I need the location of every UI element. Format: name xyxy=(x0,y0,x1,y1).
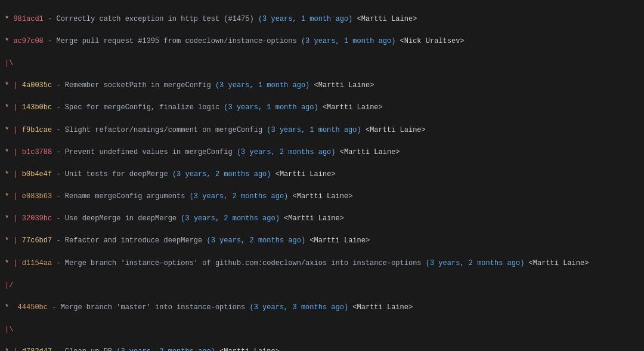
text-5: - Spec for mergeConfig, finalize logic xyxy=(52,102,224,113)
text-2: - Merge pull request #1395 from codeclow… xyxy=(44,36,301,47)
text-14: - Merge branch 'master' into instance-op… xyxy=(48,302,249,313)
graph-7a: * xyxy=(5,147,13,158)
graph-12b: | xyxy=(13,258,21,269)
author-14: <Martti Laine> xyxy=(348,302,413,313)
line-5: * | 143b0bc - Spec for mergeConfig, fina… xyxy=(5,102,639,113)
line-1: * 981acd1 - Correctly catch exception in… xyxy=(5,14,639,25)
text-7: - Prevent undefined values in mergeConfi… xyxy=(52,147,237,158)
author-4: <Martti Laine> xyxy=(309,80,374,91)
hash-16: d782d47 xyxy=(22,346,52,351)
graph-10b: | xyxy=(13,213,21,224)
line-6: * | f9b1cae - Slight refactor/namings/co… xyxy=(5,125,639,136)
hash-7: b1c3788 xyxy=(22,147,52,158)
graph-3a: | xyxy=(5,58,9,69)
graph-4b: | xyxy=(13,80,21,91)
graph-1: * xyxy=(5,14,13,25)
time-10: (3 years, 2 months ago) xyxy=(181,213,280,224)
hash-8: b0b4e4f xyxy=(22,169,52,180)
graph-2: * xyxy=(5,36,13,47)
time-5: (3 years, 1 month ago) xyxy=(224,102,318,113)
graph-11a: * xyxy=(5,235,13,247)
time-14: (3 years, 3 months ago) xyxy=(250,302,349,313)
text-8: - Unit tests for deepMerge xyxy=(52,169,172,180)
time-1: (3 years, 1 month ago) xyxy=(258,14,352,25)
line-3: |\ xyxy=(5,58,639,69)
hash-6: f9b1cae xyxy=(22,125,52,136)
graph-16b: | xyxy=(13,346,21,351)
time-12: (3 years, 2 months ago) xyxy=(426,258,525,269)
hash-10: 32039bc xyxy=(22,213,52,224)
graph-6a: * xyxy=(5,125,13,136)
text-6: - Slight refactor/namings/comment on mer… xyxy=(52,125,267,136)
graph-7b: | xyxy=(13,147,21,158)
text-10: - Use deepMerge in deepMerge xyxy=(52,213,181,224)
line-7: * | b1c3788 - Prevent undefined values i… xyxy=(5,147,639,158)
graph-5b: | xyxy=(13,102,21,113)
graph-13: |/ xyxy=(5,280,13,291)
graph-8b: | xyxy=(13,169,21,180)
hash-5: 143b0bc xyxy=(22,102,52,113)
line-8: * | b0b4e4f - Unit tests for deepMerge (… xyxy=(5,169,639,180)
graph-16a: * xyxy=(5,346,13,351)
author-7: <Martti Laine> xyxy=(336,147,400,158)
hash-12: d1154aa xyxy=(22,258,52,269)
line-12: * | d1154aa - Merge branch 'instance-opt… xyxy=(5,258,639,269)
line-15: |\ xyxy=(5,324,639,335)
text-12: - Merge branch 'instance-options' of git… xyxy=(52,258,426,269)
author-8: <Martti Laine> xyxy=(271,169,336,180)
hash-9: e083b63 xyxy=(22,191,52,202)
text-9: - Rename mergeConfig arguments xyxy=(52,191,189,202)
graph-11b: | xyxy=(13,235,21,247)
graph-6b: | xyxy=(13,125,21,136)
author-6: <Martti Laine> xyxy=(361,125,426,136)
graph-14: * xyxy=(5,302,18,313)
text-16: - Clean up PR xyxy=(52,346,116,351)
graph-15b: \ xyxy=(9,324,13,335)
time-16: (3 years, 2 months ago) xyxy=(116,346,215,351)
hash-1: 981acd1 xyxy=(13,14,43,25)
line-13: |/ xyxy=(5,280,639,291)
time-6: (3 years, 1 month ago) xyxy=(267,125,361,136)
time-4: (3 years, 1 month ago) xyxy=(215,80,309,91)
graph-12a: * xyxy=(5,258,13,269)
time-2: (3 years, 1 month ago) xyxy=(301,36,395,47)
hash-4: 4a0035c xyxy=(22,80,52,91)
text-11: - Refactor and introduce deepMerge xyxy=(52,235,206,247)
hash-11: 77c6bd7 xyxy=(22,235,52,247)
line-4: * | 4a0035c - Remember socketPath in mer… xyxy=(5,80,639,91)
terminal: * 981acd1 - Correctly catch exception in… xyxy=(0,0,644,351)
author-12: <Martti Laine> xyxy=(524,258,589,269)
graph-9a: * xyxy=(5,191,13,202)
graph-8a: * xyxy=(5,169,13,180)
graph-15a: | xyxy=(5,324,9,335)
line-2: * ac97c08 - Merge pull request #1395 fro… xyxy=(5,36,639,47)
graph-5a: * xyxy=(5,102,13,113)
graph-3b: \ xyxy=(9,58,13,69)
author-11: <Martti Laine> xyxy=(305,235,370,247)
text-1: - Correctly catch exception in http test… xyxy=(44,14,258,25)
time-8: (3 years, 2 months ago) xyxy=(172,169,271,180)
author-16: <Martti Laine> xyxy=(215,346,280,351)
line-9: * | e083b63 - Rename mergeConfig argumen… xyxy=(5,191,639,202)
line-14: * 44450bc - Merge branch 'master' into i… xyxy=(5,302,639,313)
author-9: <Martti Laine> xyxy=(288,191,352,202)
line-11: * | 77c6bd7 - Refactor and introduce dee… xyxy=(5,235,639,247)
line-10: * | 32039bc - Use deepMerge in deepMerge… xyxy=(5,213,639,224)
author-1: <Martti Laine> xyxy=(352,14,417,25)
graph-9b: | xyxy=(13,191,21,202)
time-9: (3 years, 2 months ago) xyxy=(190,191,289,202)
graph-4a: * xyxy=(5,80,13,91)
hash-2: ac97c08 xyxy=(13,36,43,47)
author-2: <Nick Uraltsev> xyxy=(395,36,464,47)
text-4: - Remember socketPath in mergeConfig xyxy=(52,80,215,91)
author-5: <Martti Laine> xyxy=(318,102,383,113)
time-11: (3 years, 2 months ago) xyxy=(206,235,305,247)
time-7: (3 years, 2 months ago) xyxy=(237,147,336,158)
hash-14: 44450bc xyxy=(18,302,48,313)
line-16: * | d782d47 - Clean up PR (3 years, 2 mo… xyxy=(5,346,639,351)
graph-10a: * xyxy=(5,213,13,224)
author-10: <Martti Laine> xyxy=(280,213,344,224)
